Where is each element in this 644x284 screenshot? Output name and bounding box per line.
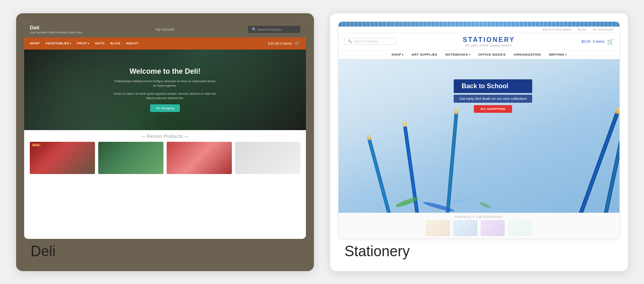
chevron-down-icon: ▾ bbox=[469, 53, 471, 56]
stat-hero-section: Back to School Get early bird deals on o… bbox=[339, 59, 619, 213]
stationery-browser-window: ABOUT THIS DEMO BLOG MY ACCOUNT 🔍 Search… bbox=[338, 21, 620, 239]
stat-cart[interactable]: $0.00 0 items 🛒 bbox=[581, 38, 614, 45]
stat-category-2[interactable] bbox=[453, 220, 477, 236]
stat-product-cats-label: PRODUCT CATEGORIES bbox=[344, 216, 614, 218]
deli-nav-nuts[interactable]: NUTS bbox=[95, 41, 105, 45]
stat-category-4[interactable] bbox=[508, 220, 532, 236]
stat-cart-price: $0.00 bbox=[581, 39, 590, 44]
deli-browser-window: Deli Just another WooThemes Demo site My… bbox=[24, 21, 306, 239]
deli-product-4[interactable] bbox=[235, 142, 300, 174]
stationery-card-label: Stationery bbox=[345, 243, 410, 260]
chevron-down-icon: ▾ bbox=[402, 53, 404, 56]
deli-card-label: Deli bbox=[31, 243, 56, 260]
stat-promo-title: Back to School bbox=[454, 79, 533, 93]
deli-product-1[interactable]: SALE! bbox=[30, 142, 95, 174]
deli-hero-section: Welcome to the Deli! Pellentesque habita… bbox=[24, 50, 306, 130]
stat-ruler-decoration bbox=[339, 22, 619, 27]
stat-nav-organization[interactable]: ORGANIZATION bbox=[514, 53, 541, 56]
stat-product-categories: PRODUCT CATEGORIES bbox=[339, 213, 619, 238]
stat-nav-notebooks[interactable]: NOTEBOOKS ▾ bbox=[446, 53, 471, 56]
deli-search-bar[interactable]: 🔍 Search Products... bbox=[248, 26, 300, 33]
stat-header: 🔍 Search Products... STATIONERY All your… bbox=[339, 33, 619, 50]
deli-hero-body2: Donec eu libero sit amet quam egestas se… bbox=[114, 91, 217, 101]
stat-cart-items: 0 items bbox=[593, 39, 605, 44]
deli-hero-title: Welcome to the Deli! bbox=[114, 67, 217, 76]
stat-topbar: ABOUT THIS DEMO BLOG MY ACCOUNT bbox=[339, 27, 619, 33]
stat-go-shopping-button[interactable]: GO SHOPPING bbox=[474, 105, 512, 113]
stat-account-link[interactable]: MY ACCOUNT bbox=[593, 28, 614, 31]
deli-card[interactable]: Deli Just another WooThemes Demo site My… bbox=[16, 13, 314, 271]
deli-topbar: Deli Just another WooThemes Demo site My… bbox=[24, 21, 306, 37]
stat-logo-sub: All your office supply needs! bbox=[400, 44, 577, 47]
stat-search-bar[interactable]: 🔍 Search Products... bbox=[344, 38, 396, 45]
deli-nav-fruit[interactable]: FRUIT ▾ bbox=[77, 41, 90, 45]
stationery-card[interactable]: ABOUT THIS DEMO BLOG MY ACCOUNT 🔍 Search… bbox=[330, 13, 628, 271]
deli-hero-content: Welcome to the Deli! Pellentesque habita… bbox=[97, 67, 233, 112]
deli-account-link[interactable]: My Account bbox=[156, 27, 175, 31]
stat-category-thumbs bbox=[344, 220, 614, 236]
cart-icon: 🛒 bbox=[607, 38, 614, 45]
deli-logo: Deli bbox=[30, 25, 82, 31]
stat-nav-office-basics[interactable]: OFFICE BASICS bbox=[478, 53, 506, 56]
stat-logo: STATIONERY All your office supply needs! bbox=[400, 36, 577, 47]
stat-nav-art-supplies[interactable]: ART SUPPLIES bbox=[412, 53, 438, 56]
stat-search-placeholder: Search Products... bbox=[353, 39, 380, 43]
deli-hero-body1: Pellentesque habitant morbi tristique se… bbox=[114, 79, 217, 88]
stat-logo-text: STATIONERY bbox=[400, 36, 577, 44]
stat-nav-shop[interactable]: SHOP ▾ bbox=[391, 53, 403, 56]
deli-logo-area: Deli Just another WooThemes Demo site bbox=[30, 25, 82, 34]
chevron-down-icon: ▾ bbox=[88, 42, 90, 45]
deli-product-2[interactable] bbox=[98, 142, 163, 174]
deli-go-shopping-button[interactable]: Go shopping bbox=[150, 104, 180, 112]
cart-icon: 🛒 bbox=[294, 41, 300, 46]
deli-nav-about[interactable]: ABOUT bbox=[126, 41, 138, 45]
stat-nav-writing[interactable]: WRITING ▾ bbox=[549, 53, 567, 56]
search-icon: 🔍 bbox=[252, 27, 256, 31]
deli-recent-title: — Recent Products — bbox=[30, 134, 300, 139]
sale-badge: SALE! bbox=[31, 143, 41, 147]
deli-recent-products: — Recent Products — SALE! bbox=[24, 130, 306, 239]
deli-search-placeholder: Search Products... bbox=[258, 28, 284, 31]
stat-hero-promo: Back to School Get early bird deals on o… bbox=[454, 79, 533, 113]
deli-nav-shop[interactable]: SHOP bbox=[30, 41, 40, 45]
deli-cart-total: £33.00 0 items bbox=[268, 41, 292, 46]
stat-blog-link[interactable]: BLOG bbox=[578, 28, 586, 31]
stat-about-demo-link[interactable]: ABOUT THIS DEMO bbox=[543, 28, 572, 31]
deli-nav-vegetables[interactable]: VEGETABLES ▾ bbox=[45, 41, 71, 45]
deli-product-grid: SALE! bbox=[30, 142, 300, 174]
chevron-down-icon: ▾ bbox=[70, 42, 71, 45]
search-icon: 🔍 bbox=[348, 39, 352, 43]
stat-category-3[interactable] bbox=[481, 220, 505, 236]
deli-logo-sub: Just another WooThemes Demo site bbox=[30, 31, 82, 34]
deli-navigation: SHOP VEGETABLES ▾ FRUIT ▾ NUTS BLOG ABOU… bbox=[24, 37, 306, 50]
stat-promo-subtitle: Get early bird deals on our new collecti… bbox=[454, 95, 533, 103]
stat-category-1[interactable] bbox=[426, 220, 450, 236]
deli-nav-blog[interactable]: BLOG bbox=[110, 41, 120, 45]
deli-product-3[interactable] bbox=[167, 142, 232, 174]
chevron-down-icon: ▾ bbox=[565, 53, 567, 56]
stat-navigation: SHOP ▾ ART SUPPLIES NOTEBOOKS ▾ OFFICE B… bbox=[339, 50, 619, 59]
deli-cart[interactable]: £33.00 0 items 🛒 bbox=[268, 41, 300, 46]
